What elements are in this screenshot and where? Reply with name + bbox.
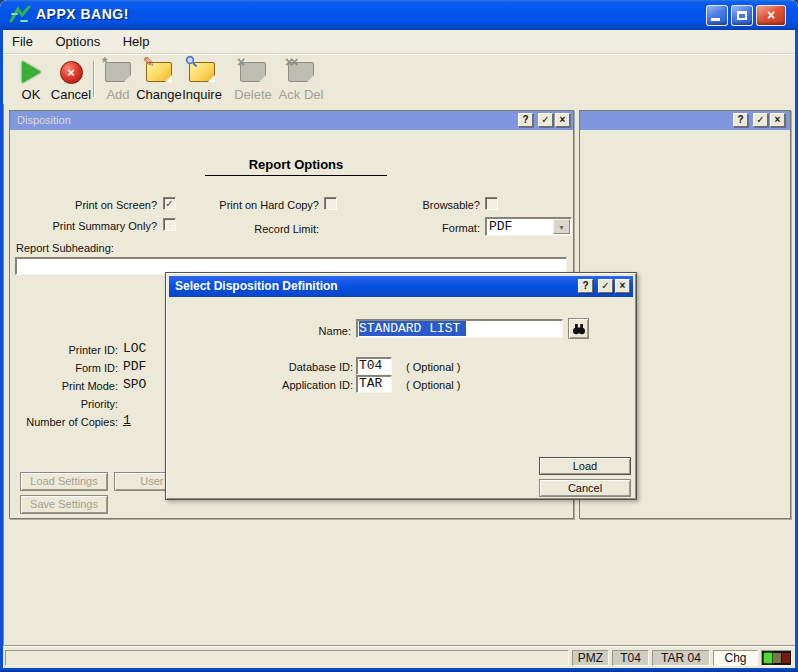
status-panel-mode: Chg xyxy=(713,650,758,666)
status-panel-application: TAR 04 xyxy=(652,650,710,666)
priority-label: Priority: xyxy=(10,398,118,410)
number-of-copies-value[interactable]: 1 xyxy=(123,413,131,428)
binoculars-icon xyxy=(572,325,586,337)
toolbar-separator xyxy=(93,61,95,97)
toolbar-ok-label: OK xyxy=(12,87,50,102)
status-empty-panel xyxy=(5,650,569,666)
confirm-icon[interactable]: ✓ xyxy=(598,279,613,293)
format-combobox[interactable]: PDF ▼ xyxy=(485,217,572,236)
dialog-titlebar[interactable]: Select Disposition Definition xyxy=(169,276,633,297)
toolbar-inquire-button[interactable]: Inquire xyxy=(175,58,229,102)
disposition-titlebar: Disposition xyxy=(10,111,573,130)
cancel-button[interactable]: Cancel xyxy=(539,479,631,497)
green-light-icon xyxy=(764,653,772,663)
toolbar: OK × Cancel * Add ✎ Change Inquire × Del… xyxy=(3,54,795,104)
window-border-left xyxy=(0,30,3,672)
name-label: Name: xyxy=(226,325,351,337)
confirm-icon[interactable]: ✓ xyxy=(538,113,553,127)
toolbar-cancel-label: Cancel xyxy=(47,87,95,102)
application-id-value: TAR xyxy=(359,376,382,391)
chevron-down-icon[interactable]: ▼ xyxy=(553,219,570,234)
format-label: Format: xyxy=(332,222,480,234)
application-optional-note: ( Optional ) xyxy=(406,379,460,391)
help-icon[interactable]: ? xyxy=(518,113,533,127)
status-panel-database: T04 xyxy=(612,650,649,666)
app-window: APPX BANG! × File Options Help OK × Canc… xyxy=(0,0,798,672)
traffic-light-indicator xyxy=(761,650,792,666)
menu-file[interactable]: File xyxy=(3,30,42,54)
database-optional-note: ( Optional ) xyxy=(406,361,460,373)
form-id-value: PDF xyxy=(123,359,146,374)
print-mode-label: Print Mode: xyxy=(10,380,118,392)
load-button[interactable]: Load xyxy=(539,457,631,475)
lookup-button[interactable] xyxy=(568,318,589,339)
record-limit-label: Record Limit: xyxy=(172,223,319,235)
printer-id-label: Printer ID: xyxy=(10,344,118,356)
help-icon[interactable]: ? xyxy=(733,113,748,127)
save-settings-button: Save Settings xyxy=(20,495,108,514)
toolbar-ackdel-button: ×× Ack Del xyxy=(273,58,329,102)
browsable-checkbox[interactable] xyxy=(485,197,498,210)
select-disposition-dialog: Select Disposition Definition ? ✓ × Name… xyxy=(165,272,637,500)
menu-options[interactable]: Options xyxy=(46,30,109,54)
database-id-label: Database ID: xyxy=(226,361,353,373)
database-id-value: T04 xyxy=(359,358,382,373)
name-value: STANDARD LIST xyxy=(359,321,466,336)
change-note-icon: ✎ xyxy=(146,62,172,82)
report-options-heading: Report Options xyxy=(205,157,387,176)
toolbar-inquire-label: Inquire xyxy=(175,87,229,102)
close-icon[interactable]: × xyxy=(555,113,570,127)
inquire-note-icon xyxy=(189,62,215,82)
application-id-label: Application ID: xyxy=(226,379,353,391)
status-bar: PMZ T04 TAR 04 Chg xyxy=(3,645,795,668)
app-titlebar[interactable]: APPX BANG! × xyxy=(0,0,798,30)
format-value: PDF xyxy=(489,219,512,234)
printer-id-value: LOC xyxy=(123,341,146,356)
status-panel-user: PMZ xyxy=(572,650,609,666)
help-icon[interactable]: ? xyxy=(578,279,593,293)
delete-note-icon: × xyxy=(240,62,266,82)
yellow-light-icon xyxy=(773,653,781,663)
window-border-bottom xyxy=(0,668,798,672)
print-mode-value: SPO xyxy=(123,377,146,392)
toolbar-cancel-button[interactable]: × Cancel xyxy=(47,58,95,102)
browsable-label: Browsable? xyxy=(332,199,480,211)
confirm-icon[interactable]: ✓ xyxy=(753,113,768,127)
appx-logo-icon xyxy=(9,5,31,29)
report-subheading-label: Report Subheading: xyxy=(16,242,114,254)
minimize-button[interactable] xyxy=(706,5,728,26)
cancel-circle-icon: × xyxy=(60,61,83,84)
name-field[interactable]: STANDARD LIST xyxy=(356,319,563,338)
ok-arrow-icon xyxy=(22,61,41,83)
toolbar-delete-button: × Delete xyxy=(229,58,277,102)
close-icon[interactable]: × xyxy=(615,279,630,293)
toolbar-ok-button[interactable]: OK xyxy=(12,58,50,102)
load-settings-button: Load Settings xyxy=(20,472,108,491)
toolbar-delete-label: Delete xyxy=(229,87,277,102)
add-note-icon: * xyxy=(105,62,131,82)
application-id-field[interactable]: TAR xyxy=(356,375,392,393)
menu-help[interactable]: Help xyxy=(114,30,159,54)
form-id-label: Form ID: xyxy=(10,362,118,374)
maximize-button[interactable] xyxy=(731,5,753,26)
print-summary-only-label: Print Summary Only? xyxy=(10,220,157,232)
disposition-title: Disposition xyxy=(17,114,71,126)
close-button[interactable]: × xyxy=(756,5,786,26)
magnifier-icon xyxy=(185,55,198,71)
toolbar-ackdel-label: Ack Del xyxy=(273,87,329,102)
number-of-copies-label: Number of Copies: xyxy=(10,416,118,428)
print-on-hard-copy-label: Print on Hard Copy? xyxy=(172,199,319,211)
print-on-screen-label: Print on Screen? xyxy=(10,199,157,211)
database-id-field[interactable]: T04 xyxy=(356,357,392,375)
close-icon[interactable]: × xyxy=(770,113,785,127)
ackdel-note-icon: ×× xyxy=(288,62,314,82)
dialog-title: Select Disposition Definition xyxy=(175,279,338,293)
red-light-icon xyxy=(782,653,790,663)
menu-bar: File Options Help xyxy=(3,30,795,54)
app-title: APPX BANG! xyxy=(36,6,129,22)
